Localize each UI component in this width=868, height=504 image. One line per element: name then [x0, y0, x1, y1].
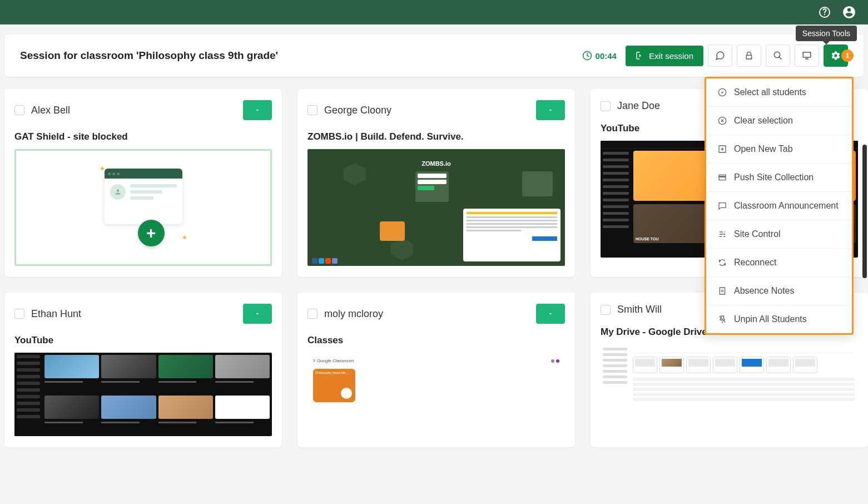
- menu-unpin-all[interactable]: Unpin All Students: [706, 305, 852, 333]
- student-checkbox[interactable]: [307, 309, 318, 319]
- session-toolbar: 00:44 Exit session 1: [582, 45, 848, 67]
- caret-down-icon: [547, 107, 554, 113]
- screen-thumbnail[interactable]: [14, 353, 272, 436]
- refresh-icon: [717, 258, 727, 268]
- user-icon: [110, 184, 126, 200]
- check-circle-icon: [717, 87, 727, 97]
- student-name: Ethan Hunt: [31, 308, 81, 320]
- active-tab-title: ZOMBS.io | Build. Defend. Survive.: [307, 131, 565, 142]
- menu-reconnect[interactable]: Reconnect: [706, 249, 852, 277]
- notes-icon: [717, 286, 727, 296]
- display-button[interactable]: [795, 45, 819, 67]
- session-tools-menu: Select all students Clear selection Open…: [705, 77, 854, 335]
- top-bar: [0, 0, 868, 24]
- caret-down-icon: [254, 107, 261, 113]
- student-name: Smith Will: [617, 304, 662, 315]
- tooltip-session-tools: Session Tools: [796, 26, 857, 41]
- screen-thumbnail[interactable]: [601, 344, 858, 428]
- menu-absence-notes[interactable]: Absence Notes: [706, 277, 852, 305]
- menu-select-all[interactable]: Select all students: [706, 78, 852, 107]
- session-timer: 00:44: [582, 51, 617, 61]
- menu-label: Site Control: [734, 229, 781, 239]
- student-name: Jane Doe: [617, 100, 660, 112]
- monitor-icon: [802, 51, 812, 61]
- active-tab-title: YouTube: [14, 335, 272, 346]
- exit-icon: [636, 51, 644, 60]
- timer-value: 00:44: [596, 51, 617, 61]
- student-checkbox[interactable]: [14, 309, 24, 319]
- student-card-ethan-hunt: Ethan Hunt YouTube: [4, 293, 282, 447]
- chat-button[interactable]: [708, 45, 732, 67]
- menu-site-control[interactable]: Site Control: [706, 220, 852, 249]
- session-title: Session for classroom 'Philosophy class …: [20, 50, 278, 62]
- caret-down-icon: [547, 310, 554, 317]
- student-actions-button[interactable]: [243, 100, 272, 120]
- help-icon[interactable]: [817, 4, 832, 20]
- student-actions-button[interactable]: [536, 304, 565, 324]
- screen-thumbnail[interactable]: ≡ Google Classroom Philosophy class 9th.…: [307, 353, 565, 436]
- exit-session-button[interactable]: Exit session: [626, 46, 703, 66]
- menu-label: Reconnect: [734, 258, 777, 268]
- student-name: Alex Bell: [31, 105, 70, 116]
- lock-button[interactable]: [737, 45, 761, 67]
- student-name: moly mcloroy: [324, 308, 383, 320]
- scrollbar[interactable]: [862, 145, 867, 278]
- x-circle-icon: [717, 116, 727, 126]
- active-tab-title: GAT Shield - site blocked: [14, 131, 272, 142]
- collection-icon: [717, 172, 727, 182]
- menu-open-new-tab[interactable]: Open New Tab: [706, 135, 852, 164]
- menu-push-site-collection[interactable]: Push Site Collection: [706, 164, 852, 192]
- message-icon: [717, 201, 727, 211]
- menu-label: Push Site Collection: [734, 172, 814, 182]
- screen-thumbnail[interactable]: ZOMBS.io: [307, 149, 565, 266]
- game-logo: ZOMBS.io: [421, 160, 451, 167]
- exit-label: Exit session: [649, 51, 693, 61]
- account-icon[interactable]: [841, 4, 857, 20]
- notification-badge: 1: [841, 50, 854, 62]
- active-tab-title: Classes: [307, 335, 565, 346]
- sliders-icon: [717, 229, 727, 239]
- menu-label: Open New Tab: [734, 144, 793, 154]
- student-checkbox[interactable]: [307, 105, 318, 115]
- screen-thumbnail[interactable]: + ✦ ✦: [14, 149, 272, 266]
- student-actions-button[interactable]: [243, 304, 272, 324]
- menu-label: Classroom Announcement: [734, 201, 839, 211]
- menu-classroom-announcement[interactable]: Classroom Announcement: [706, 192, 852, 220]
- student-checkbox[interactable]: [601, 305, 611, 315]
- student-card-alex-bell: Alex Bell GAT Shield - site blocked: [4, 89, 282, 277]
- student-checkbox[interactable]: [601, 101, 611, 111]
- lock-icon: [745, 51, 753, 60]
- chat-icon: [715, 51, 725, 61]
- caret-down-icon: [254, 310, 261, 317]
- unpin-icon: [717, 314, 727, 324]
- clock-icon: [582, 51, 592, 61]
- menu-label: Clear selection: [734, 116, 793, 126]
- gear-icon: [831, 51, 841, 61]
- student-card-george-cloony: George Cloony ZOMBS.io | Build. Defend. …: [297, 89, 575, 277]
- menu-label: Select all students: [734, 87, 806, 97]
- student-actions-button[interactable]: [536, 100, 565, 120]
- search-button[interactable]: [766, 45, 790, 67]
- student-name: George Cloony: [324, 105, 391, 116]
- student-checkbox[interactable]: [14, 105, 24, 115]
- plus-icon: +: [138, 220, 165, 246]
- menu-clear-selection[interactable]: Clear selection: [706, 107, 852, 135]
- student-card-moly-mcloroy: moly mcloroy Classes ≡ Google Classroom …: [297, 293, 575, 447]
- session-bar: Session for classroom 'Philosophy class …: [4, 34, 864, 77]
- menu-label: Unpin All Students: [734, 314, 807, 324]
- menu-label: Absence Notes: [734, 286, 795, 296]
- plus-square-icon: [717, 144, 727, 154]
- search-icon: [773, 51, 783, 61]
